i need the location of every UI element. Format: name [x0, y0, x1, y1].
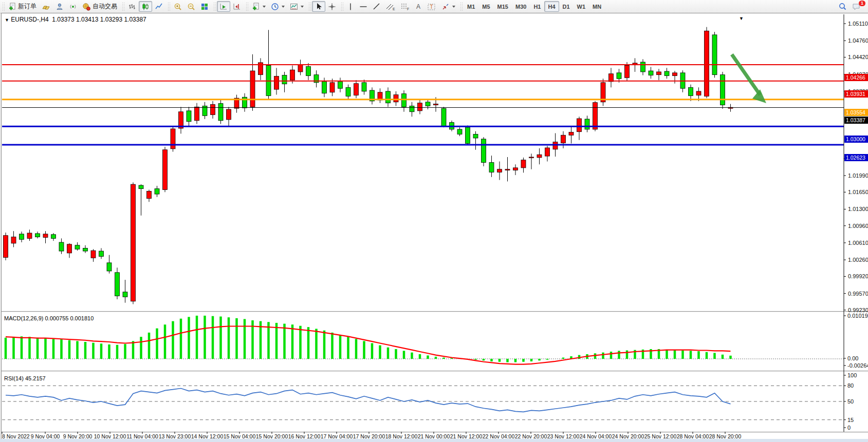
auto-scroll-icon	[219, 3, 228, 11]
rsi-tick-label: 80	[847, 382, 854, 389]
chevron-down-icon	[452, 6, 455, 8]
price-tick-label: 1.05110	[848, 21, 868, 27]
autotrading-button[interactable]: 自动交易	[80, 1, 120, 12]
timeframe-w1-button[interactable]: W1	[574, 1, 589, 12]
notifications-button[interactable]: 1	[849, 1, 864, 12]
periods-button[interactable]	[268, 1, 287, 12]
toolbar-grip	[308, 2, 311, 11]
signal-icon	[69, 3, 77, 11]
status-strip	[0, 439, 868, 442]
vertical-line-icon	[347, 3, 354, 11]
timeframe-d1-button[interactable]: D1	[559, 1, 574, 12]
toolbar-grip	[460, 2, 463, 11]
timeframe-h1-button[interactable]: H1	[530, 1, 544, 12]
macd-tick-label: -0.002642	[847, 362, 868, 369]
svg-text:E: E	[393, 7, 395, 11]
profile-button[interactable]	[53, 1, 66, 12]
cursor-icon	[315, 3, 323, 11]
price-badge-1.03387: 1.03387	[844, 117, 868, 124]
price-tick-label: 1.01990	[848, 172, 868, 179]
toolbar-grip	[341, 2, 343, 11]
price-tick-label: 1.04760	[848, 37, 868, 44]
timeframe-m5-button[interactable]: M5	[478, 1, 493, 12]
indicators-button[interactable]	[249, 1, 268, 12]
rsi-tick-label: 50	[847, 398, 854, 405]
profile-icon	[56, 3, 64, 11]
candlestick-chart-icon	[141, 3, 150, 11]
timeframe-m1-button[interactable]: M1	[464, 1, 478, 12]
scroll-end-marker: ▼	[739, 16, 744, 21]
candlestick-chart-button[interactable]	[139, 1, 152, 12]
toolbar-grip	[122, 2, 124, 11]
autotrading-icon	[82, 3, 91, 11]
line-chart-icon	[155, 3, 163, 11]
timeframe-m15-button[interactable]: M15	[494, 1, 512, 12]
main-toolbar: 新订单 自动交易	[0, 0, 868, 13]
arrows-icon	[441, 3, 450, 11]
fibonacci-button[interactable]: F	[398, 1, 412, 12]
arrows-button[interactable]	[439, 1, 458, 12]
price-badge-1.03000: 1.03000	[844, 136, 868, 143]
new-order-button[interactable]: 新订单	[6, 1, 39, 12]
signal-button[interactable]	[66, 1, 80, 12]
price-tick-label: 0.99570	[848, 291, 868, 297]
rsi-tick-label: 100	[847, 372, 857, 378]
text-label-icon: T	[427, 3, 436, 11]
price-tick-label: 1.01650	[848, 189, 868, 195]
price-badge-1.04266: 1.04266	[844, 74, 868, 81]
fibonacci-icon: F	[400, 3, 410, 11]
new-order-icon	[8, 3, 16, 11]
timeframe-h4-button[interactable]: H4	[544, 1, 559, 12]
templates-button[interactable]	[287, 1, 306, 12]
svg-text:A: A	[416, 3, 420, 10]
trendline-button[interactable]	[370, 1, 383, 12]
bar-chart-button[interactable]	[125, 1, 139, 12]
trendline-icon	[373, 3, 381, 11]
zoom-in-icon	[174, 3, 182, 11]
zoom-out-button[interactable]	[184, 1, 198, 12]
timeframe-m30-button[interactable]: M30	[512, 1, 530, 12]
tile-windows-button[interactable]	[198, 1, 211, 12]
chart-window[interactable]: ▼1.051101.047601.044201.040701.037201.02…	[1, 13, 868, 442]
zoom-out-icon	[187, 3, 195, 11]
cursor-button[interactable]	[312, 1, 325, 12]
chevron-down-icon	[263, 6, 266, 8]
chart-canvas[interactable]: ▼1.051101.047601.044201.040701.037201.02…	[2, 13, 868, 442]
price-tick-label: 1.01300	[848, 206, 868, 212]
price-tick-label: 1.00960	[848, 223, 868, 229]
horizontal-line-button[interactable]	[357, 1, 370, 12]
crosshair-icon	[328, 3, 336, 11]
chevron-down-icon	[301, 6, 304, 8]
notification-count-badge: 1	[859, 1, 865, 6]
line-chart-button[interactable]	[152, 1, 165, 12]
chart-shift-icon	[233, 3, 241, 11]
gold-bars-icon	[42, 3, 50, 11]
price-badge-1.03554: 1.03554	[844, 109, 868, 116]
price-badge-1.02623: 1.02623	[844, 154, 868, 161]
crosshair-button[interactable]	[325, 1, 339, 12]
vertical-line-button[interactable]	[344, 1, 357, 12]
text-button[interactable]: A	[412, 1, 424, 12]
search-button[interactable]	[836, 1, 849, 12]
equidistant-channel-icon: E	[386, 3, 395, 11]
svg-text:T: T	[430, 4, 433, 10]
chevron-down-icon	[282, 6, 285, 8]
chart-shift-button[interactable]	[230, 1, 244, 12]
text-icon: A	[415, 3, 422, 11]
bar-chart-icon	[128, 3, 136, 11]
price-badge-1.03931: 1.03931	[844, 90, 868, 98]
toolbar-grip	[2, 2, 5, 11]
rsi-tick-label: 15	[847, 417, 854, 423]
indicators-icon	[252, 3, 260, 11]
zoom-in-button[interactable]	[171, 1, 184, 12]
autotrading-label: 自动交易	[93, 2, 117, 11]
new-order-label: 新订单	[18, 2, 36, 11]
timeframe-mn-button[interactable]: MN	[589, 1, 605, 12]
text-label-button[interactable]: T	[424, 1, 439, 12]
auto-scroll-button[interactable]	[217, 1, 230, 12]
clock-icon	[271, 3, 279, 11]
equidistant-channel-button[interactable]: E	[383, 1, 398, 12]
price-tick-label: 1.00610	[848, 240, 868, 246]
gold-bars-button[interactable]	[39, 1, 53, 12]
toolbar-grip	[168, 2, 170, 11]
